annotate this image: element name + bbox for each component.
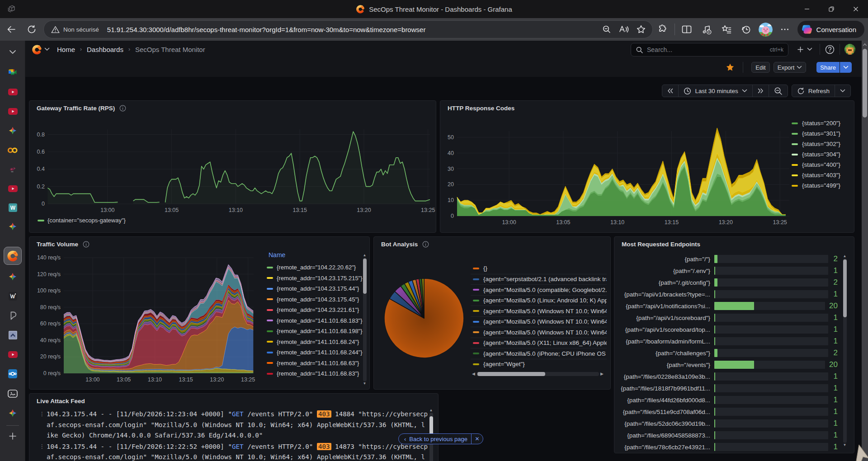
endpoint-label[interactable]: {path="/.env"} — [620, 268, 710, 274]
legend-item[interactable]: {status="403"} — [792, 170, 840, 180]
endpoint-label[interactable]: {path="/files/52dc06c390d19b... — [620, 420, 710, 427]
security-label[interactable]: Non sécurisé — [63, 26, 99, 33]
gateway-chart[interactable]: 00.20.40.60.813:0013:0513:1013:1513:2013… — [29, 115, 436, 232]
address-bar[interactable]: Non sécurisé 51.91.254.30:3000/d/adfb8hr… — [43, 20, 653, 38]
tab-youtube-4[interactable] — [0, 345, 25, 363]
legend-item[interactable]: {remote_addr="104.23.175.45"} — [263, 294, 367, 305]
legend-item[interactable]: {agent="Mozilla/5.0 (Linux; Android 10; … — [471, 295, 607, 306]
legend-item[interactable]: {status="301"} — [792, 128, 840, 139]
legend-item[interactable]: {status="302"} — [792, 139, 840, 149]
log-kebab-icon[interactable]: ⋮ — [39, 409, 47, 441]
endpoint-label[interactable]: {path="/api/v1/scoreboard/top... — [620, 326, 710, 333]
legend-item[interactable]: {remote_addr="141.101.68.24"} — [263, 337, 367, 348]
endpoint-label[interactable]: {path="/.git/config"} — [620, 279, 710, 286]
tab-gemini-4[interactable] — [0, 404, 25, 422]
legend-item[interactable]: {agent="Mozilla/5.0 (compatible; Googleb… — [471, 284, 607, 295]
legend-item[interactable]: {remote_addr="104.23.175.44"} — [263, 283, 367, 294]
legend-item[interactable]: {remote_addr="104.23.221.61"} — [263, 305, 367, 315]
not-secure-warning-icon[interactable] — [51, 26, 60, 33]
refresh-button[interactable]: Refresh — [792, 85, 835, 97]
log-entry[interactable]: ⋮104.23.175.44 - - [11/Feb/2026:12:23:04… — [39, 409, 428, 441]
time-shift-forward-button[interactable] — [752, 85, 769, 97]
search-input[interactable]: Search... ctrl+k — [631, 43, 788, 56]
tab-infinity[interactable] — [0, 141, 25, 159]
endpoint-label[interactable]: {path="/challenges"} — [620, 350, 710, 357]
share-dropdown-button[interactable] — [840, 62, 852, 73]
dashboard-star-icon[interactable] — [726, 63, 735, 72]
panel-title[interactable]: Bot Analysis — [381, 241, 418, 248]
share-button[interactable]: Share — [816, 62, 840, 73]
panel-title[interactable]: Gateway Traffic Rate (RPS) — [37, 105, 115, 112]
zoom-out-icon[interactable] — [598, 21, 615, 38]
legend-item[interactable]: {agent="serpstatbot/2.1 (advanced backli… — [471, 274, 607, 285]
tab-w-sparkle[interactable]: W — [0, 287, 25, 305]
legend-scrollbar[interactable]: ▲ ▼ — [363, 253, 367, 386]
endpoint-label[interactable]: {path="/api/v1/scoreboard"} — [620, 315, 710, 321]
legend-item[interactable]: {agent="Mozilla/5.0 (iPhone; CPU iPhone … — [471, 348, 607, 359]
back-pill-close-icon[interactable]: ✕ — [471, 434, 483, 444]
tab-p[interactable] — [0, 306, 25, 325]
page-scrollbar-thumb[interactable] — [863, 49, 867, 118]
endpoints-scrollbar[interactable]: ▲ ▼ — [843, 254, 847, 447]
panel-info-icon[interactable] — [119, 105, 126, 112]
minimize-button[interactable] — [795, 0, 819, 18]
split-screen-icon[interactable] — [677, 21, 697, 38]
settings-menu-icon[interactable] — [775, 21, 795, 38]
endpoint-label[interactable]: {path="/boaform/admin/formL... — [620, 338, 710, 345]
tab-dark[interactable] — [0, 160, 25, 178]
tab-youtube-2[interactable] — [0, 102, 25, 120]
legend-header[interactable]: Name — [269, 251, 367, 259]
endpoint-label[interactable]: {path="/files/511e9cd708af06d... — [620, 409, 710, 415]
tab-grafana-active[interactable] — [4, 247, 22, 265]
legend-item[interactable]: {status="499"} — [792, 180, 840, 191]
collapse[interactable] — [0, 43, 25, 61]
media-controls-icon[interactable] — [697, 21, 717, 38]
extensions-icon[interactable] — [653, 21, 673, 38]
collections-icon[interactable] — [717, 21, 736, 38]
refresh-interval-dropdown[interactable] — [835, 85, 850, 97]
new-menu-button[interactable] — [794, 46, 815, 53]
favorite-star-icon[interactable] — [632, 21, 650, 38]
legend-item[interactable]: {remote_addr="141.101.68.83"} — [263, 368, 367, 379]
tab-youtube-1[interactable] — [0, 83, 25, 101]
legend-item[interactable]: {status="304"} — [792, 149, 840, 160]
help-icon[interactable] — [825, 44, 835, 55]
user-avatar[interactable] — [844, 44, 855, 55]
legend-item[interactable]: {remote_addr="104.22.20.62"} — [263, 262, 367, 273]
endpoint-label[interactable]: {path="/files/1818f7b9961bdf11... — [620, 385, 710, 392]
read-aloud-icon[interactable] — [615, 21, 632, 38]
breadcrumb-home[interactable]: Home — [57, 46, 75, 53]
time-range-picker[interactable]: Last 30 minutes — [678, 85, 752, 97]
back-to-previous-page-button[interactable]: ‹ Back to previous page ✕ — [398, 433, 483, 444]
breadcrumb-dashboards[interactable]: Dashboards — [87, 46, 123, 53]
tab-youtube-3[interactable] — [0, 179, 25, 198]
new-tab[interactable] — [0, 427, 25, 445]
tab-meet[interactable] — [0, 63, 25, 81]
panel-title[interactable]: Live Attack Feed — [37, 398, 85, 405]
panel-title[interactable]: HTTP Response Codes — [448, 105, 514, 112]
tab-nextcloud[interactable] — [0, 365, 25, 383]
time-zoom-out-button[interactable] — [769, 85, 788, 97]
endpoint-label[interactable]: {path="/api/v1/brackets?type=... — [620, 291, 710, 298]
legend-item[interactable]: {agent="Mozilla/5.0 (Windows NT 10.0; Wi… — [471, 306, 607, 316]
panel-info-icon[interactable] — [422, 241, 429, 248]
url-text[interactable]: 51.91.254.30:3000/d/adfb8hr/secops-threa… — [104, 26, 598, 33]
legend-item[interactable]: {agent="Mozilla/5.0 (Windows NT 10.0; Wi… — [471, 316, 607, 327]
legend-item[interactable]: {} — [471, 263, 607, 274]
reload-button[interactable] — [23, 21, 40, 38]
history-icon[interactable] — [736, 21, 756, 38]
endpoint-label[interactable]: {path="/api/v1/notifications?si... — [620, 303, 710, 310]
panel-info-icon[interactable] — [83, 241, 90, 248]
tab-gemini-2[interactable] — [0, 217, 25, 235]
endpoint-label[interactable]: {path="/files/6890458588873... — [620, 432, 710, 439]
legend-item[interactable]: {remote_addr="141.101.68.198"} — [263, 326, 367, 337]
legend-item[interactable]: {remote_addr="104.23.175.215"} — [263, 273, 367, 284]
endpoint-label[interactable]: {path="/files/44fd26bfd000d8... — [620, 397, 710, 404]
tab-gemini-1[interactable] — [0, 122, 25, 140]
bot-pie-chart[interactable] — [377, 271, 472, 366]
edit-button[interactable]: Edit — [751, 62, 769, 73]
close-button[interactable] — [844, 0, 868, 18]
legend-item[interactable]: {remote_addr="141.101.68.244"} — [263, 347, 367, 358]
copilot-button[interactable]: Conversation — [797, 21, 864, 38]
legend-item[interactable]: {remote_addr="141.101.68.63"} — [263, 358, 367, 369]
